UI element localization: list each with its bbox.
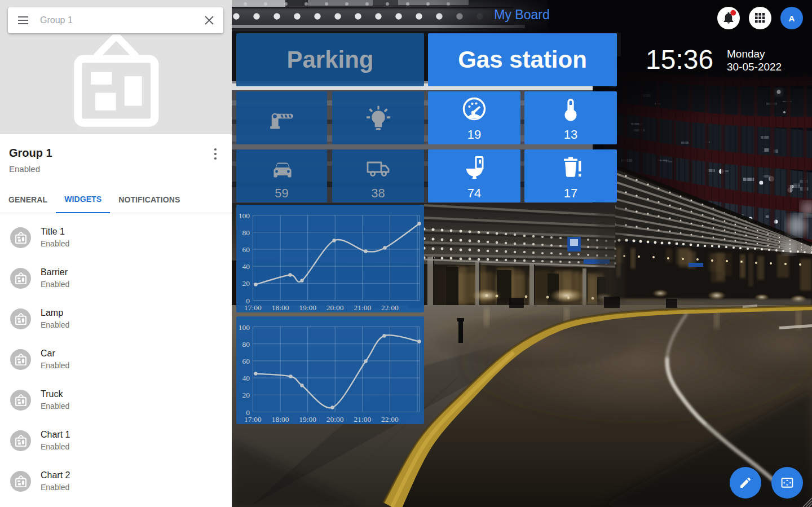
- svg-text:21:00: 21:00: [354, 303, 371, 312]
- svg-text:100: 100: [239, 323, 250, 332]
- svg-text:20: 20: [242, 391, 250, 399]
- svg-text:17:00: 17:00: [244, 415, 262, 424]
- svg-text:17:00: 17:00: [244, 303, 262, 312]
- svg-text:22:00: 22:00: [381, 415, 399, 424]
- svg-text:19:00: 19:00: [299, 303, 316, 312]
- svg-text:60: 60: [242, 357, 250, 365]
- svg-text:20:00: 20:00: [326, 415, 344, 424]
- svg-text:40: 40: [242, 374, 250, 382]
- svg-text:19:00: 19:00: [299, 415, 316, 424]
- svg-text:60: 60: [242, 245, 250, 254]
- svg-text:20: 20: [242, 279, 250, 288]
- svg-text:18:00: 18:00: [272, 303, 289, 312]
- svg-text:80: 80: [242, 228, 250, 237]
- svg-text:100: 100: [239, 211, 250, 220]
- svg-text:22:00: 22:00: [381, 303, 399, 312]
- svg-text:21:00: 21:00: [354, 415, 371, 424]
- svg-text:40: 40: [242, 262, 250, 271]
- svg-text:80: 80: [242, 340, 250, 349]
- svg-text:18:00: 18:00: [272, 415, 289, 424]
- svg-text:20:00: 20:00: [326, 303, 344, 312]
